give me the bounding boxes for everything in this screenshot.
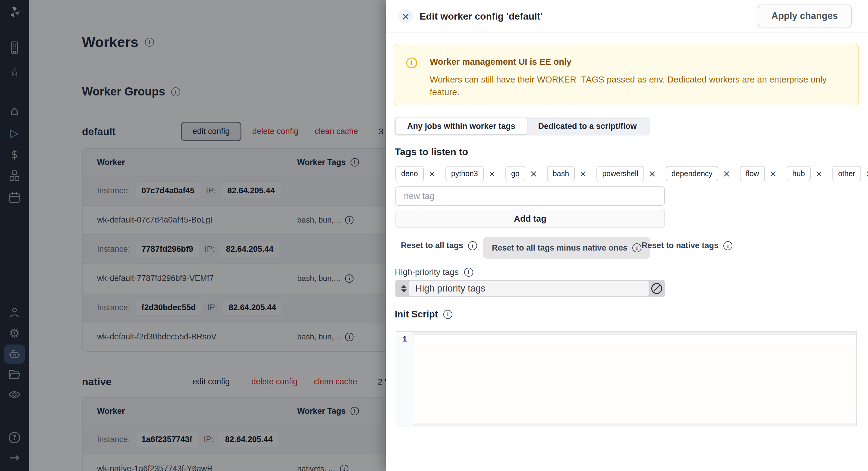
new-tag-input[interactable] [396,187,665,206]
reset-all-tags-button[interactable]: Reset to all tags [401,241,477,250]
alert-title: Worker management UI is EE only [430,57,571,67]
tag-chip-group: bash [547,166,587,181]
ee-warning-alert: Worker management UI is EE only Workers … [394,44,859,105]
high-priority-tags-label-text: High-priority tags [395,267,459,277]
remove-tag-icon[interactable] [649,169,656,178]
high-priority-tags-value[interactable]: High priority tags [409,281,649,296]
high-priority-info-icon[interactable] [464,268,473,277]
tag-chip: dependency [666,166,718,181]
remove-tag-icon[interactable] [815,169,823,178]
tag-chip: go [505,166,525,181]
drawer-title: Edit worker config 'default' [420,0,542,33]
tag-chip-group: go [505,166,537,181]
drawer-header: Edit worker config 'default' Apply chang… [386,0,868,33]
reset-info-icon [723,241,733,250]
alert-circle-icon [406,58,417,68]
reset-minus-native-button[interactable]: Reset to all tags minus native ones [483,237,650,259]
close-icon[interactable] [398,9,413,24]
sort-chevrons-icon [398,280,409,297]
remove-tag-icon[interactable] [723,169,730,178]
tag-chip-group: other [832,166,868,181]
tag-chip-group: deno [396,166,436,181]
tag-chip: python3 [445,166,484,181]
remove-tag-icon[interactable] [770,169,777,178]
tag-chip: powershell [596,166,644,181]
apply-changes-button[interactable]: Apply changes [758,4,852,27]
tag-chip: flow [740,166,765,181]
init-script-info-icon[interactable] [443,310,453,319]
remove-tag-icon[interactable] [866,169,868,178]
worker-mode-tabs: Any jobs within worker tags Dedicated to… [394,117,650,136]
tag-chip-group: powershell [596,166,656,181]
tag-chip: bash [547,166,575,181]
tag-chips-row: deno python3 go bash powershell dependen… [396,166,868,181]
line-number: 1 [402,335,407,426]
tag-chip: deno [396,166,424,181]
init-script-label-text: Init Script [395,309,438,320]
tag-chip-group: flow [740,166,777,181]
tags-to-listen-title: Tags to listen to [395,146,468,158]
tab-any-jobs[interactable]: Any jobs within worker tags [396,119,527,134]
reset-native-tags-label: Reset to native tags [642,241,718,250]
remove-tag-icon[interactable] [530,169,537,178]
tag-chip-group: python3 [445,166,496,181]
tag-chip-group: hub [786,166,823,181]
reset-native-tags-button[interactable]: Reset to native tags [642,241,733,250]
edit-worker-config-drawer: Edit worker config 'default' Apply chang… [386,0,868,471]
init-script-editor[interactable]: 1 [396,331,857,427]
editor-gutter: 1 [396,332,413,426]
high-priority-tags-select[interactable]: High priority tags [396,280,665,297]
reset-info-icon [632,243,641,253]
remove-tag-icon[interactable] [428,169,436,178]
editor-bottom-strip [413,424,856,426]
alert-body: Workers can still have their WORKER_TAGS… [430,73,849,99]
tab-dedicated[interactable]: Dedicated to a script/flow [527,119,648,134]
add-tag-button[interactable]: Add tag [396,210,665,228]
editor-current-line[interactable] [413,335,855,345]
remove-tag-icon[interactable] [488,169,496,178]
reset-info-icon [468,241,477,250]
high-priority-tags-label: High-priority tags [395,267,473,277]
tag-chip: other [832,166,861,181]
editor-top-strip [413,332,856,335]
reset-all-tags-label: Reset to all tags [401,241,463,250]
reset-minus-native-label: Reset to all tags minus native ones [492,243,627,253]
init-script-label: Init Script [395,309,453,320]
remove-tag-icon[interactable] [579,169,587,178]
tag-chip: hub [786,166,811,181]
clear-selection-icon[interactable] [651,283,662,294]
tag-chip-group: dependency [666,166,730,181]
